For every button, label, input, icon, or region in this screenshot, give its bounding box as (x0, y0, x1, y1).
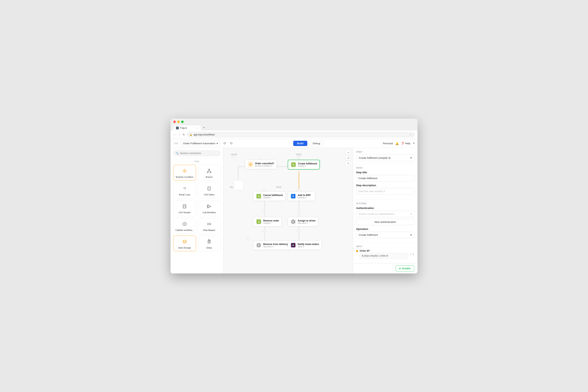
bookmark-icon[interactable]: ☆ (410, 133, 412, 136)
shopify3-node[interactable]: S Create fulfillment shopify-3 (288, 160, 320, 170)
step-select[interactable]: Create fulfillment (shopify-3) ▾ (356, 155, 414, 161)
svg-text:S: S (258, 195, 260, 198)
plus-cancel-mid[interactable]: + (262, 209, 266, 213)
url-bar[interactable]: 🔒 app.tray.io/workflow/ ☆ (187, 132, 415, 137)
new-auth-btn[interactable]: New authentication (356, 219, 414, 225)
shopify2-node[interactable]: S Remove order shopify-2 (253, 217, 282, 226)
plus-assign-bot[interactable]: + (297, 230, 300, 233)
operation-chevron: ▾ (410, 234, 412, 236)
connector-csv-editor-label: CSV Editor (204, 193, 214, 196)
workflow-canvas[interactable]: FALSE TRUE FALSE TRUE + + + + + + + + + (224, 148, 353, 274)
auth-select[interactable]: Please create an authentication ▾ (356, 211, 414, 217)
svg-rect-62 (294, 244, 294, 246)
settings-label: SETTINGS (356, 202, 414, 204)
shopify4-node-info: Cancel fulfillment shopify-4 (263, 194, 283, 199)
forward-btn[interactable]: → (178, 133, 181, 136)
reload-btn[interactable]: ↻ (183, 133, 185, 136)
plus-true-top[interactable]: + (297, 155, 300, 159)
right-panel: Step Create fulfillment (shopify-3) ▾ BA… (353, 148, 418, 274)
step-title-label: Step title (356, 171, 414, 174)
input-section-label: INPUT (356, 246, 414, 248)
zoom-refresh-btn[interactable]: ↻ (346, 161, 351, 166)
enable-btn[interactable]: ▶ Enable (396, 266, 414, 272)
connector-csv-editor[interactable]: CSV Editor (198, 182, 221, 198)
connector-data-storage-label: Data Storage (178, 246, 191, 249)
edit-icon[interactable]: ✎ (412, 253, 414, 256)
netsuite-node-sub: netsuite-1 (298, 196, 311, 199)
plus-false-top[interactable]: + (231, 155, 235, 159)
undo-btn[interactable]: ↺ (222, 141, 227, 146)
operation-label: Operation (356, 228, 414, 230)
connector-branch[interactable]: Branch (198, 165, 221, 180)
tab-close-btn[interactable]: × (197, 127, 198, 129)
svg-point-1 (207, 172, 208, 173)
httpclient4-node-title: Remove from delivery (263, 243, 288, 246)
debug-btn[interactable]: Debug (309, 140, 324, 146)
netsuite-node-icon: N (290, 193, 296, 199)
close-traffic-btn[interactable] (173, 120, 176, 123)
traffic-lights (173, 120, 415, 123)
connector-csv-reader[interactable]: CSV Reader (173, 200, 196, 216)
plus-remove-bot[interactable]: + (262, 230, 266, 233)
step-desc-input[interactable] (356, 188, 414, 194)
connector-boolean-condition[interactable]: Boolean Condition (173, 165, 196, 180)
input-section: INPUT Order ID* $.steps.shopify-1.order.… (353, 243, 418, 263)
httpclient4-node[interactable]: Remove from delivery http-client-4 (253, 240, 290, 250)
connector-callable-workflow-label: Callable workflow... (176, 229, 194, 232)
workflow-name-select[interactable]: Order Fulfillment Automation ▾ (181, 141, 220, 146)
connector-branch-label: Branch (206, 176, 213, 178)
connector-break-loop[interactable]: Break Loop (173, 182, 196, 198)
plus-bottom[interactable]: + (246, 237, 250, 241)
basic-label: BASIC (356, 167, 414, 169)
httpclient4-node-info: Remove from delivery http-client-4 (263, 243, 288, 248)
connector-delay[interactable]: Delay (198, 236, 221, 251)
slack1-node[interactable]: Notify #new-orders slack-1 (288, 240, 322, 250)
connector-data-mapper[interactable]: Data Mapper (198, 218, 221, 234)
zoom-fit-btn[interactable]: ⊡ (346, 156, 351, 160)
help-btn[interactable]: ❓ Help (401, 142, 410, 145)
expand-icon[interactable]: ⤡ (410, 253, 412, 256)
redo-btn[interactable]: ↻ (229, 141, 234, 146)
step-title-input[interactable] (356, 175, 414, 182)
httpclient2-node[interactable]: Assign to driver http-client-2 (288, 217, 318, 226)
svg-rect-59 (292, 245, 292, 246)
app-body: 🔍 Core Boolean Condition (170, 148, 418, 274)
build-btn[interactable]: Build (293, 141, 308, 146)
new-tab-btn[interactable]: + (201, 125, 207, 130)
sidebar-search: 🔍 (170, 148, 223, 158)
order-id-label: Order ID* (360, 250, 408, 252)
data-mapper-icon (206, 221, 212, 227)
connector-csv-reader-label: CSV Reader (178, 211, 191, 214)
min-traffic-btn[interactable] (177, 120, 180, 123)
url-text: app.tray.io/workflow/ (194, 133, 215, 136)
notification-icon: 🔔 (395, 142, 399, 145)
search-input[interactable] (180, 152, 218, 155)
condition-node[interactable]: Order cancelled? boolean-condition-1 (245, 160, 277, 169)
svg-line-3 (208, 170, 209, 172)
enable-icon: ▶ (400, 267, 401, 270)
shopify4-node[interactable]: S Cancel fulfillment shopify-4 (253, 192, 286, 201)
branch-icon (206, 168, 212, 174)
order-id-actions: ⤡ ✎ (410, 253, 414, 256)
tab-favicon: T (176, 126, 179, 129)
zoom-in-btn[interactable]: + (346, 150, 351, 155)
connector-call-workflow[interactable]: Call Workflow (198, 200, 221, 216)
connector-data-storage[interactable]: Data Storage (173, 236, 196, 251)
condition-node-info: Order cancelled? boolean-condition-1 (255, 162, 274, 167)
search-box[interactable]: 🔍 (173, 150, 220, 156)
svg-point-0 (208, 169, 210, 170)
shopify4-node-icon: S (256, 193, 262, 199)
active-tab[interactable]: T Tray.io × (173, 126, 201, 130)
shopify2-node-sub: shopify-2 (263, 222, 279, 224)
connector-break-loop-label: Break Loop (179, 193, 190, 196)
more-options-btn[interactable] (173, 142, 179, 145)
connector-callable-workflow[interactable]: Callable workflow... (173, 218, 196, 234)
plus-netsuite-mid[interactable]: + (297, 209, 300, 213)
back-btn[interactable]: ← (173, 133, 176, 136)
order-id-value[interactable]: $.steps.shopify-1.order.id (360, 253, 408, 258)
operation-select[interactable]: Create fulfillment ▾ (356, 232, 414, 238)
netsuite-node[interactable]: N Add to ERP netsuite-1 (288, 192, 315, 201)
app-close-btn[interactable]: × (412, 141, 415, 146)
slack1-node-title: Notify #new-orders (298, 243, 319, 246)
max-traffic-btn[interactable] (181, 120, 184, 123)
